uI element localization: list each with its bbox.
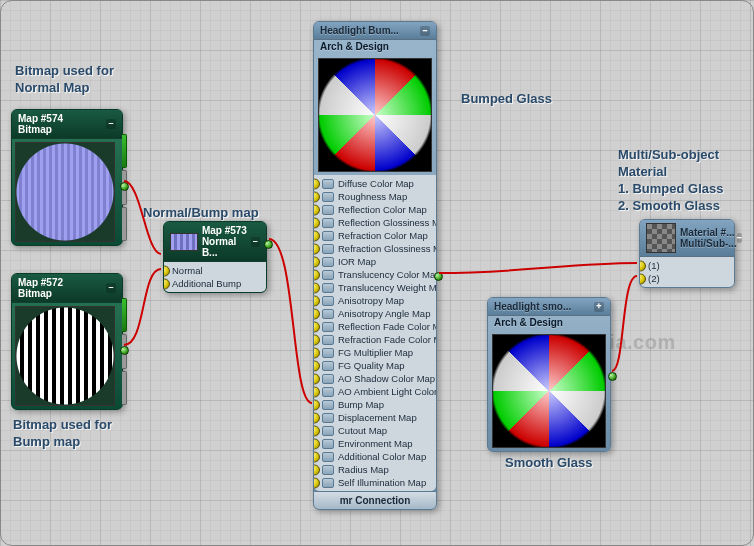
slot-cutout-map[interactable]: Cutout Map	[314, 424, 436, 437]
slot-label: Diffuse Color Map	[338, 178, 414, 189]
slot-label: IOR Map	[338, 256, 376, 267]
output-port[interactable]	[264, 240, 273, 249]
minimize-icon[interactable]: –	[106, 119, 116, 129]
slot-refraction-color-map[interactable]: Refraction Color Map	[314, 229, 436, 242]
material-preview	[492, 334, 606, 448]
node-headlight-smooth[interactable]: Headlight smo... + Arch & Design	[487, 297, 611, 452]
slot-label: Roughness Map	[338, 191, 407, 202]
slot-fg-multiplier-map[interactable]: FG Multiplier Map	[314, 346, 436, 359]
slot-reflection-fade-color-map[interactable]: Reflection Fade Color Map	[314, 320, 436, 333]
slot-toggle-icon[interactable]	[322, 465, 334, 475]
slot-sub-1[interactable]: (1)	[640, 259, 734, 272]
node-subtitle: Normal B...	[202, 236, 236, 258]
slot-label: Anisotropy Angle Map	[338, 308, 430, 319]
slot-translucency-color-map[interactable]: Translucency Color Map	[314, 268, 436, 281]
slot-toggle-icon[interactable]	[322, 374, 334, 384]
node-title: Headlight Bum...	[320, 25, 399, 36]
slot-label: Translucency Weight Map	[338, 282, 436, 293]
node-title: Map #574	[18, 113, 63, 124]
slot-toggle-icon[interactable]	[322, 296, 334, 306]
slot-anisotropy-map[interactable]: Anisotropy Map	[314, 294, 436, 307]
label-multi-material: Multi/Sub-object Material 1. Bumped Glas…	[618, 147, 723, 215]
slot-toggle-icon[interactable]	[322, 439, 334, 449]
slot-label: Environment Map	[338, 438, 412, 449]
slot-toggle-icon[interactable]	[322, 192, 334, 202]
slot-normal[interactable]: Normal	[164, 264, 266, 277]
expand-icon[interactable]: +	[594, 302, 604, 312]
slot-reflection-color-map[interactable]: Reflection Color Map	[314, 203, 436, 216]
slot-label: AO Ambient Light Color...	[338, 386, 436, 397]
label-normal-bump-map: Normal/Bump map	[143, 205, 259, 222]
slot-label: Reflection Glossiness Map	[338, 217, 436, 228]
slot-toggle-icon[interactable]	[322, 270, 334, 280]
slot-toggle-icon[interactable]	[322, 257, 334, 267]
node-subtitle: Bitmap	[18, 288, 52, 299]
slot-bump-map[interactable]: Bump Map	[314, 398, 436, 411]
bitmap-thumbnail	[15, 306, 115, 406]
node-map-573[interactable]: Map #573 Normal B... – Normal Additional…	[163, 221, 267, 293]
slot-toggle-icon[interactable]	[322, 452, 334, 462]
slot-label: Reflection Fade Color Map	[338, 321, 436, 332]
slot-diffuse-color-map[interactable]: Diffuse Color Map	[314, 177, 436, 190]
output-port[interactable]	[434, 272, 443, 281]
slot-sub-2[interactable]: (2)	[640, 272, 734, 285]
node-title: Material #...	[680, 227, 734, 238]
output-port[interactable]	[120, 182, 129, 191]
output-port[interactable]	[608, 372, 617, 381]
node-headlight-bumped[interactable]: Headlight Bum... – Arch & Design Diffuse…	[313, 21, 437, 510]
slot-ao-ambient-light-color[interactable]: AO Ambient Light Color...	[314, 385, 436, 398]
slot-toggle-icon[interactable]	[322, 413, 334, 423]
node-material-multi[interactable]: Material #... Multi/Sub-... – (1) (2)	[639, 219, 735, 288]
slot-toggle-icon[interactable]	[322, 400, 334, 410]
slot-self-illumination-map[interactable]: Self Illumination Map	[314, 476, 436, 489]
slot-ior-map[interactable]: IOR Map	[314, 255, 436, 268]
slot-environment-map[interactable]: Environment Map	[314, 437, 436, 450]
slot-toggle-icon[interactable]	[322, 361, 334, 371]
slot-toggle-icon[interactable]	[322, 478, 334, 488]
slot-refraction-fade-color-map[interactable]: Refraction Fade Color Map	[314, 333, 436, 346]
node-map-574[interactable]: Map #574 Bitmap –	[11, 109, 123, 246]
node-subtitle: Arch & Design	[488, 316, 610, 331]
bitmap-thumbnail	[15, 142, 115, 242]
node-subtitle: Bitmap	[18, 124, 52, 135]
slot-toggle-icon[interactable]	[322, 218, 334, 228]
slot-label: Cutout Map	[338, 425, 387, 436]
slot-toggle-icon[interactable]	[322, 322, 334, 332]
slot-radius-map[interactable]: Radius Map	[314, 463, 436, 476]
slot-toggle-icon[interactable]	[322, 387, 334, 397]
slot-label: Anisotropy Map	[338, 295, 404, 306]
slot-toggle-icon[interactable]	[322, 283, 334, 293]
node-thumb-small	[646, 223, 676, 253]
node-subtitle: Arch & Design	[314, 40, 436, 55]
slot-toggle-icon[interactable]	[322, 179, 334, 189]
slot-reflection-glossiness-map[interactable]: Reflection Glossiness Map	[314, 216, 436, 229]
slot-anisotropy-angle-map[interactable]: Anisotropy Angle Map	[314, 307, 436, 320]
slot-roughness-map[interactable]: Roughness Map	[314, 190, 436, 203]
output-port[interactable]	[120, 346, 129, 355]
node-map-572[interactable]: Map #572 Bitmap –	[11, 273, 123, 410]
slot-toggle-icon[interactable]	[322, 244, 334, 254]
slot-fg-quality-map[interactable]: FG Quality Map	[314, 359, 436, 372]
minimize-icon[interactable]: –	[737, 233, 742, 243]
minimize-icon[interactable]: –	[420, 26, 430, 36]
slot-additional-bump[interactable]: Additional Bump	[164, 277, 266, 290]
slot-toggle-icon[interactable]	[322, 335, 334, 345]
slot-translucency-weight-map[interactable]: Translucency Weight Map	[314, 281, 436, 294]
slot-additional-color-map[interactable]: Additional Color Map	[314, 450, 436, 463]
slot-ao-shadow-color-map[interactable]: AO Shadow Color Map	[314, 372, 436, 385]
slot-toggle-icon[interactable]	[322, 231, 334, 241]
node-title: Headlight smo...	[494, 301, 571, 312]
material-preview	[318, 58, 432, 172]
slot-refraction-glossiness-map[interactable]: Refraction Glossiness Map	[314, 242, 436, 255]
slot-toggle-icon[interactable]	[322, 426, 334, 436]
slot-toggle-icon[interactable]	[322, 309, 334, 319]
mr-connection-section[interactable]: mr Connection	[314, 491, 436, 509]
minimize-icon[interactable]: –	[251, 237, 260, 247]
minimize-icon[interactable]: –	[106, 283, 116, 293]
slot-label: Bump Map	[338, 399, 384, 410]
slot-toggle-icon[interactable]	[322, 205, 334, 215]
slot-displacement-map[interactable]: Displacement Map	[314, 411, 436, 424]
slot-label: Translucency Color Map	[338, 269, 436, 280]
slot-toggle-icon[interactable]	[322, 348, 334, 358]
slot-label: Additional Color Map	[338, 451, 426, 462]
